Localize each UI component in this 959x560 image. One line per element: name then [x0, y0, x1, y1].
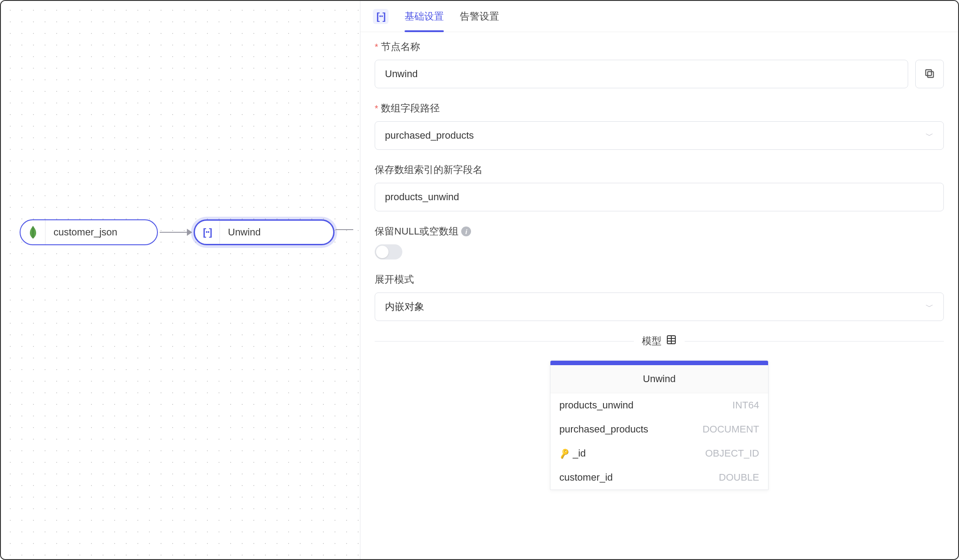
model-field-row[interactable]: customer_idDOUBLE	[550, 465, 768, 490]
settings-panel: [··] 基础设置 告警设置 * 节点名称	[360, 1, 958, 559]
model-section-divider: 模型	[375, 334, 944, 348]
field-index-field: 保存数组索引的新字段名	[375, 163, 944, 211]
grid-icon	[666, 334, 677, 348]
copy-icon	[924, 68, 935, 81]
model-field-name: products_unwind	[559, 399, 633, 411]
node-unwind[interactable]: [··] Unwind	[194, 219, 335, 245]
model-field-type: DOCUMENT	[703, 424, 759, 435]
field-preserve-null: 保留NULL或空数组 i	[375, 225, 944, 259]
select-value: 内嵌对象	[385, 300, 424, 313]
model-field-name: 🔑_id	[559, 448, 586, 459]
chevron-down-icon: ﹀	[926, 130, 934, 141]
edge-arrow-icon	[187, 229, 192, 236]
model-field-type: OBJECT_ID	[705, 448, 759, 459]
model-card: Unwind products_unwindINT64purchased_pro…	[550, 360, 769, 490]
tabs-bar: [··] 基础设置 告警设置	[360, 1, 958, 32]
edge-line	[160, 232, 191, 233]
required-indicator: *	[375, 42, 378, 52]
select-value: purchased_products	[385, 130, 474, 141]
model-field-name: customer_id	[559, 472, 613, 483]
unwind-icon: [··]	[373, 9, 389, 24]
flow-canvas[interactable]: customer_json [··] Unwind	[1, 1, 360, 559]
required-indicator: *	[375, 103, 378, 114]
model-field-row[interactable]: purchased_productsDOCUMENT	[550, 417, 768, 441]
index-field-input-wrap	[375, 183, 944, 211]
key-icon: 🔑	[558, 448, 570, 460]
model-card-title: Unwind	[550, 365, 768, 393]
divider-line	[685, 341, 944, 342]
field-label-text: 保存数组索引的新字段名	[375, 163, 483, 177]
field-array-path: * 数组字段路径 purchased_products ﹀	[375, 102, 944, 150]
model-field-row[interactable]: 🔑_idOBJECT_ID	[550, 441, 768, 465]
tab-label: 告警设置	[460, 10, 499, 23]
field-label-text: 保留NULL或空数组	[375, 225, 459, 238]
node-name-input[interactable]	[385, 68, 898, 80]
field-label-text: 展开模式	[375, 273, 414, 286]
index-field-input[interactable]	[385, 191, 934, 203]
expand-mode-select[interactable]: 内嵌对象 ﹀	[375, 292, 944, 321]
array-path-select[interactable]: purchased_products ﹀	[375, 121, 944, 150]
divider-line	[375, 341, 634, 342]
node-label: customer_json	[45, 226, 130, 238]
node-customer-json[interactable]: customer_json	[20, 219, 158, 245]
svg-rect-1	[926, 70, 931, 75]
model-section-label: 模型	[642, 334, 661, 348]
info-icon[interactable]: i	[461, 226, 471, 236]
preserve-null-toggle[interactable]	[375, 244, 402, 259]
model-field-name: purchased_products	[559, 424, 648, 435]
form-area: * 节点名称 * 数组字段路	[360, 32, 958, 559]
node-name-input-wrap	[375, 60, 908, 88]
field-node-name: * 节点名称	[375, 40, 944, 88]
model-field-type: INT64	[732, 399, 759, 411]
svg-rect-0	[928, 71, 934, 77]
chevron-down-icon: ﹀	[926, 301, 934, 312]
model-field-row[interactable]: products_unwindINT64	[550, 393, 768, 417]
model-field-type: DOUBLE	[719, 472, 759, 483]
copy-button[interactable]	[915, 60, 944, 88]
model-card-topbar	[550, 361, 768, 365]
tab-label: 基础设置	[405, 10, 444, 23]
field-label-text: 数组字段路径	[381, 102, 440, 115]
node-output-port[interactable]	[335, 229, 353, 230]
unwind-icon: [··]	[195, 221, 220, 244]
field-label-text: 节点名称	[381, 40, 420, 54]
node-label: Unwind	[220, 226, 273, 238]
mongodb-icon	[21, 220, 45, 244]
tab-basic-settings[interactable]: 基础设置	[405, 1, 444, 32]
tab-alert-settings[interactable]: 告警设置	[460, 1, 499, 32]
field-expand-mode: 展开模式 内嵌对象 ﹀	[375, 273, 944, 321]
